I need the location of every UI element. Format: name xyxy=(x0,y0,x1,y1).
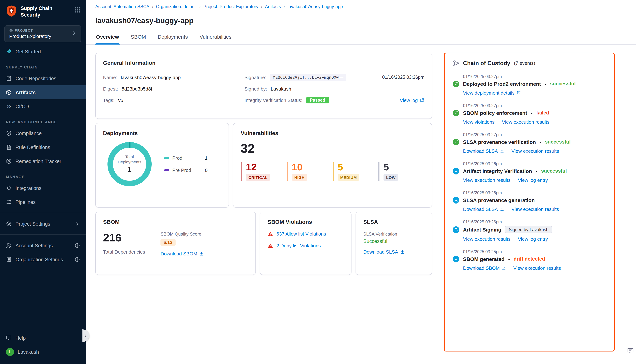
sidebar: Supply Chain Security PROJECT Product Ex… xyxy=(0,0,86,364)
slsa-verification-label: SLSA Verification xyxy=(363,232,424,237)
pipelines-icon xyxy=(6,199,12,205)
deployments-donut-chart: Total Deployments 1 xyxy=(108,142,152,186)
artifact-signing-icon xyxy=(453,226,459,233)
sidebar-item-organization-settings[interactable]: Organization Settings xyxy=(0,252,86,266)
total-deployments-value: 1 xyxy=(128,166,132,174)
view-deployment-details-link[interactable]: View deployment details xyxy=(463,90,521,96)
integrity-status-label: Integrity Verification Status: xyxy=(244,98,302,103)
general-information-card: General Information Name: lavakush07/eas… xyxy=(95,53,432,119)
view-execution-results-link[interactable]: View execution results xyxy=(512,206,559,212)
breadcrumb-separator: › xyxy=(261,4,262,9)
event-status: successful xyxy=(541,168,567,174)
tab-deployments[interactable]: Deployments xyxy=(157,30,188,44)
view-execution-results-link[interactable]: View execution results xyxy=(512,148,559,154)
plug-icon xyxy=(6,185,12,191)
download-sbom-link[interactable]: Download SBOM xyxy=(463,265,506,271)
custody-event: 01/16/2025 03:25pm SBOM generated - drif… xyxy=(453,250,606,271)
sidebar-item-code-repositories[interactable]: Code Repositories xyxy=(0,72,86,86)
download-slsa-link[interactable]: Download SLSA xyxy=(363,249,405,255)
sidebar-item-compliance[interactable]: Compliance xyxy=(0,126,86,140)
module-grid-icon[interactable] xyxy=(74,6,80,15)
infinity-icon: ∞ xyxy=(6,104,12,109)
breadcrumb-account[interactable]: Account: Automation-SSCA xyxy=(95,4,150,9)
deny-list-violations-link[interactable]: 2 Deny list Violations xyxy=(276,243,321,248)
view-log-link[interactable]: View log xyxy=(400,98,424,103)
sidebar-item-help[interactable]: Help xyxy=(0,331,86,345)
digest-value: 8d23bd3b5d8f xyxy=(122,86,152,92)
signed-by-label: Signed by: xyxy=(244,86,267,92)
severity-medium: 5 MEDIUM xyxy=(332,162,378,181)
user-menu[interactable]: L Lavakush xyxy=(0,345,86,359)
info-icon xyxy=(75,257,80,262)
project-label: PROJECT xyxy=(15,29,33,32)
signature-date: 01/16/2025 03:26pm xyxy=(382,75,424,80)
signature-label: Signature: xyxy=(244,75,266,80)
sidebar-item-account-settings[interactable]: Account Settings xyxy=(0,238,86,252)
assistant-chat-button[interactable] xyxy=(627,347,634,356)
view-execution-results-link[interactable]: View execution results xyxy=(513,265,561,271)
sbom-dependency-count: 216 xyxy=(103,232,145,244)
sidebar-item-project-settings[interactable]: Project Settings xyxy=(0,217,86,231)
name-label: Name: xyxy=(103,75,117,80)
view-execution-results-link[interactable]: View execution results xyxy=(463,178,510,183)
download-icon xyxy=(199,252,204,256)
external-link-icon xyxy=(516,91,521,95)
deny-list-violations-row: 2 Deny list Violations xyxy=(268,243,344,248)
sbom-quality-score-badge: 6.13 xyxy=(160,239,176,246)
card-title: SBOM Violations xyxy=(268,218,344,225)
building-icon xyxy=(6,256,12,262)
sidebar-item-remediation-tracker[interactable]: Remediation Tracker xyxy=(0,154,86,168)
view-execution-results-link[interactable]: View execution results xyxy=(463,236,510,242)
download-slsa-link[interactable]: Download SLSA xyxy=(463,206,504,212)
warning-icon xyxy=(268,243,273,248)
custody-event: 01/16/2025 03:26pm Artifact Signing Sign… xyxy=(453,220,606,242)
project-icon xyxy=(9,29,13,32)
sidebar-item-pipelines[interactable]: Pipelines xyxy=(0,195,86,209)
deployments-legend: Prod 1 Pre Prod 0 xyxy=(164,155,208,173)
tags-label: Tags: xyxy=(103,98,114,103)
page-title: lavakush07/easy-buggy-app xyxy=(86,14,636,25)
download-slsa-link[interactable]: Download SLSA xyxy=(463,148,504,154)
breadcrumb-project[interactable]: Project: Product Exploratory xyxy=(203,4,258,9)
app-window: Supply Chain Security PROJECT Product Ex… xyxy=(0,0,636,364)
breadcrumb-organization[interactable]: Organization: default xyxy=(156,4,197,9)
sidebar-item-cicd[interactable]: ∞ CI/CD xyxy=(0,99,86,113)
download-sbom-link[interactable]: Download SBOM xyxy=(160,251,204,256)
download-icon xyxy=(400,250,405,254)
breadcrumb: Account: Automation-SSCA › Organization:… xyxy=(86,0,636,9)
tags-value: v5 xyxy=(118,98,123,103)
sidebar-item-rule-definitions[interactable]: Rule Definitions xyxy=(0,140,86,154)
event-status: successful xyxy=(550,81,576,87)
breadcrumb-current[interactable]: lavakush07/easy-buggy-app xyxy=(288,4,343,9)
view-execution-results-link[interactable]: View execution results xyxy=(502,119,550,125)
slsa-verification-icon xyxy=(453,139,459,146)
sidebar-item-artifacts[interactable]: Artifacts xyxy=(0,86,86,99)
breadcrumb-artifacts[interactable]: Artifacts xyxy=(265,4,281,9)
legend-swatch xyxy=(164,157,169,159)
tab-sbom[interactable]: SBOM xyxy=(130,30,147,44)
section-label-manage: MANAGE xyxy=(0,168,86,181)
view-log-entry-link[interactable]: View log entry xyxy=(518,178,548,183)
project-selector[interactable]: PROJECT Product Exploratory xyxy=(4,26,81,42)
signed-by-value: Lavakush xyxy=(271,86,291,92)
custody-event: 01/16/2025 03:27pm Deployed to Prod2 env… xyxy=(453,74,606,96)
download-icon xyxy=(500,207,504,212)
project-name: Product Exploratory xyxy=(9,34,51,39)
main-area: Account: Automation-SSCA › Organization:… xyxy=(86,0,636,364)
chevron-right-icon xyxy=(72,30,76,37)
warning-icon xyxy=(268,231,273,237)
view-log-entry-link[interactable]: View log entry xyxy=(518,236,548,242)
sidebar-item-get-started[interactable]: Get Started xyxy=(0,44,86,58)
custody-event: 01/16/2025 03:27pm SBOM policy enforceme… xyxy=(453,104,606,125)
allow-list-violations-link[interactable]: 637 Allow list Violations xyxy=(276,231,326,237)
sidebar-item-integrations[interactable]: Integrations xyxy=(0,181,86,195)
users-icon xyxy=(6,242,12,248)
user-name: Lavakush xyxy=(18,349,80,354)
gear-icon xyxy=(6,221,12,227)
legend-item-prod: Prod 1 xyxy=(164,155,208,161)
tab-overview[interactable]: Overview xyxy=(95,30,120,44)
tab-vulnerabilities[interactable]: Vulnerabilities xyxy=(199,30,232,44)
view-violations-link[interactable]: View violations xyxy=(463,119,495,125)
info-icon xyxy=(75,243,80,248)
sbom-quality-label: SBOM Quality Score xyxy=(160,232,204,237)
